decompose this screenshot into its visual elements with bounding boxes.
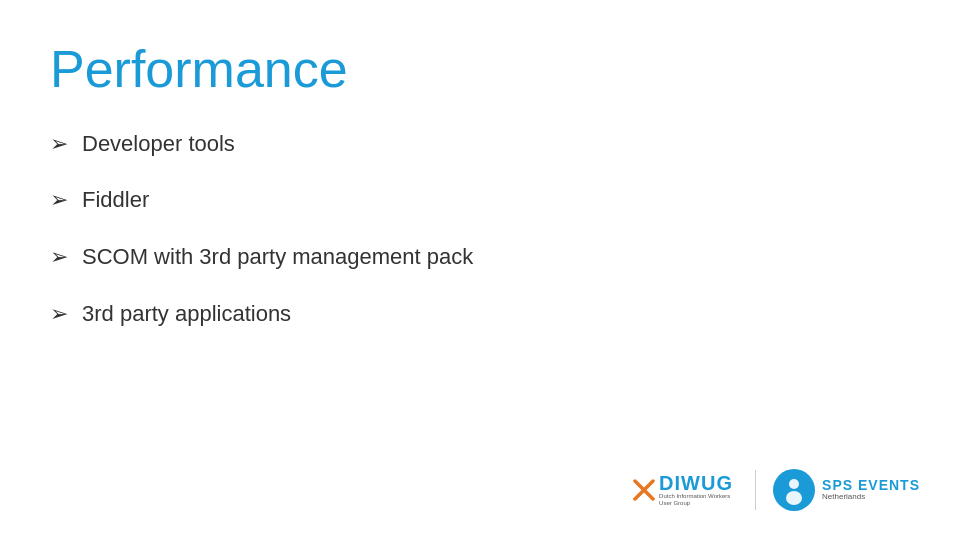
sps-logo: SPS EVENTS Netherlands — [772, 468, 920, 512]
logo-divider — [755, 470, 756, 510]
diwug-x-icon — [633, 479, 655, 501]
sps-text-block: SPS EVENTS Netherlands — [822, 478, 920, 502]
bullet-text-2: Fiddler — [82, 186, 149, 215]
bullet-arrow-4: ➢ — [50, 301, 68, 327]
bullet-text-3: SCOM with 3rd party management pack — [82, 243, 473, 272]
svg-point-3 — [789, 479, 799, 489]
bullet-text-4: 3rd party applications — [82, 300, 291, 329]
list-item: ➢ Fiddler — [50, 186, 910, 215]
diwug-subtitle-text: Dutch Information Workers User Group — [659, 493, 739, 507]
sps-subtitle-text: Netherlands — [822, 492, 920, 502]
diwug-icon-row: DIWUG Dutch Information Workers User Gro… — [633, 473, 739, 507]
sps-circle-icon — [772, 468, 816, 512]
bullet-arrow-2: ➢ — [50, 187, 68, 213]
slide: Performance ➢ Developer tools ➢ Fiddler … — [0, 0, 960, 540]
diwug-name-text: DIWUG — [659, 473, 733, 493]
list-item: ➢ Developer tools — [50, 130, 910, 159]
bullet-arrow-3: ➢ — [50, 244, 68, 270]
svg-point-4 — [786, 491, 802, 505]
bullet-arrow-1: ➢ — [50, 131, 68, 157]
diwug-logo: DIWUG Dutch Information Workers User Gro… — [633, 473, 739, 507]
bullet-list: ➢ Developer tools ➢ Fiddler ➢ SCOM with … — [50, 130, 910, 328]
bullet-text-1: Developer tools — [82, 130, 235, 159]
slide-title: Performance — [50, 40, 910, 100]
diwug-text-block: DIWUG Dutch Information Workers User Gro… — [659, 473, 739, 507]
list-item: ➢ SCOM with 3rd party management pack — [50, 243, 910, 272]
footer-logos: DIWUG Dutch Information Workers User Gro… — [633, 468, 920, 512]
sps-name-text: SPS EVENTS — [822, 478, 920, 492]
list-item: ➢ 3rd party applications — [50, 300, 910, 329]
